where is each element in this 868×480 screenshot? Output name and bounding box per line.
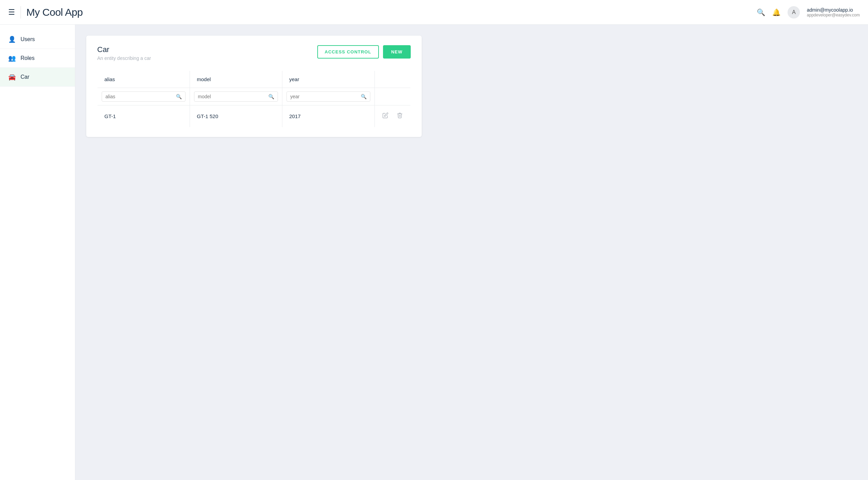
edit-button[interactable] — [382, 112, 389, 121]
card-header: Car An entity describing a car ACCESS CO… — [97, 45, 411, 61]
filter-year-input[interactable] — [290, 94, 361, 99]
delete-button[interactable] — [396, 112, 404, 121]
user-primary-email: admin@mycoolapp.io — [807, 7, 853, 13]
avatar[interactable]: A — [788, 6, 800, 18]
sidebar-label-users: Users — [21, 36, 35, 42]
cell-actions — [375, 105, 411, 127]
filter-alias-wrap: 🔍 — [102, 91, 186, 102]
filter-model-wrap: 🔍 — [194, 91, 278, 102]
sidebar-item-users[interactable]: 👤 Users — [0, 30, 75, 49]
user-secondary-email: appdeveloper@easydev.com — [807, 13, 860, 17]
card-subtitle: An entity describing a car — [97, 55, 151, 61]
col-header-alias: alias — [98, 71, 190, 88]
filter-model-input[interactable] — [198, 94, 268, 99]
filter-alias-cell: 🔍 — [98, 88, 190, 105]
filter-model-cell: 🔍 — [190, 88, 282, 105]
search-year-icon: 🔍 — [361, 94, 367, 99]
filter-actions-cell — [375, 88, 411, 105]
table-header-row: alias model year — [98, 71, 411, 88]
row-actions — [382, 112, 404, 121]
user-icon: 👤 — [8, 36, 16, 43]
menu-icon[interactable]: ☰ — [8, 8, 15, 17]
filter-year-cell: 🔍 — [282, 88, 375, 105]
filter-alias-input[interactable] — [105, 94, 176, 99]
bell-icon[interactable]: 🔔 — [772, 8, 781, 16]
sidebar: 👤 Users 👥 Roles 🚘 Car — [0, 25, 75, 480]
roles-icon: 👥 — [8, 54, 16, 62]
col-header-model: model — [190, 71, 282, 88]
new-button[interactable]: NEW — [383, 45, 411, 59]
sidebar-item-car[interactable]: 🚘 Car — [0, 68, 75, 87]
main-layout: 👤 Users 👥 Roles 🚘 Car Car An entity desc… — [0, 25, 868, 480]
col-header-year: year — [282, 71, 375, 88]
table-row: GT-1 GT-1 520 2017 — [98, 105, 411, 127]
user-info: admin@mycoolapp.io appdeveloper@easydev.… — [807, 7, 860, 17]
car-icon: 🚘 — [8, 73, 16, 81]
access-control-button[interactable]: ACCESS CONTROL — [317, 45, 379, 59]
filter-row: 🔍 🔍 🔍 — [98, 88, 411, 105]
header-right: 🔍 🔔 A admin@mycoolapp.io appdeveloper@ea… — [757, 6, 860, 18]
cell-year: 2017 — [282, 105, 375, 127]
car-table: alias model year 🔍 — [97, 71, 411, 127]
filter-year-wrap: 🔍 — [286, 91, 370, 102]
sidebar-item-roles[interactable]: 👥 Roles — [0, 49, 75, 68]
app-title: My Cool App — [26, 7, 83, 18]
app-header: ☰ My Cool App 🔍 🔔 A admin@mycoolapp.io a… — [0, 0, 868, 25]
card-title-group: Car An entity describing a car — [97, 45, 151, 61]
cell-model: GT-1 520 — [190, 105, 282, 127]
cell-alias: GT-1 — [98, 105, 190, 127]
search-model-icon: 🔍 — [268, 94, 274, 99]
sidebar-label-car: Car — [21, 74, 29, 80]
col-header-actions — [375, 71, 411, 88]
card-title: Car — [97, 45, 151, 54]
main-content: Car An entity describing a car ACCESS CO… — [75, 25, 868, 480]
header-left: ☰ My Cool App — [8, 6, 757, 18]
car-card: Car An entity describing a car ACCESS CO… — [86, 36, 422, 137]
card-actions: ACCESS CONTROL NEW — [317, 45, 411, 59]
search-alias-icon: 🔍 — [176, 94, 182, 99]
header-divider — [21, 6, 21, 18]
sidebar-label-roles: Roles — [21, 55, 35, 61]
search-icon[interactable]: 🔍 — [757, 8, 765, 16]
